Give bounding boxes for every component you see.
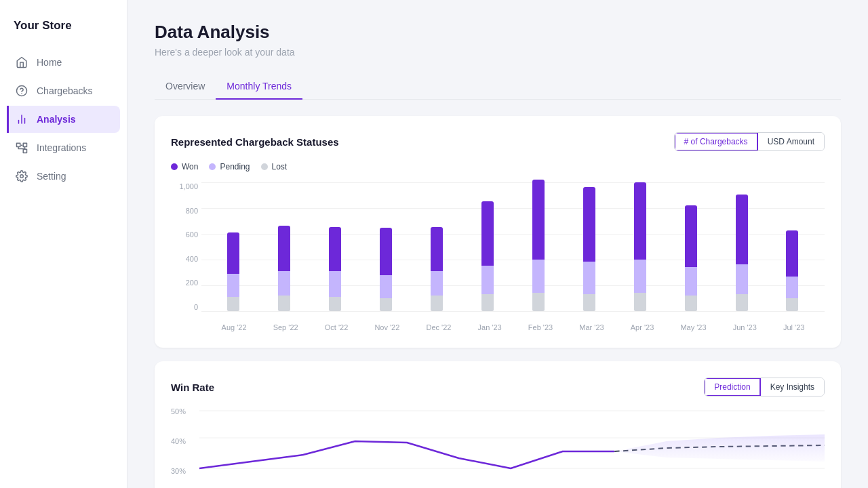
svg-rect-5 — [17, 143, 20, 146]
bar-pending — [431, 271, 443, 296]
bar-group — [278, 226, 290, 311]
x-label: Apr '23 — [631, 323, 654, 331]
y-label-800: 800 — [171, 207, 198, 215]
x-label: Sep '22 — [273, 323, 298, 331]
setting-icon — [15, 169, 28, 183]
x-label: Mar '23 — [579, 323, 604, 331]
bar-stack — [532, 180, 545, 311]
bar-won — [736, 195, 748, 264]
page-title: Data Analysis — [155, 22, 841, 43]
y-label-0: 0 — [171, 303, 198, 311]
bar-pending — [634, 260, 646, 293]
winrate-toggle-group: Prediction Key Insights — [704, 378, 825, 396]
bar-group — [736, 195, 748, 311]
winrate-svg — [199, 407, 825, 488]
winrate-chart-area: 50% 40% 30% — [171, 407, 825, 488]
bar-lost — [786, 298, 798, 311]
legend-won-label: Won — [182, 162, 198, 171]
x-label: May '23 — [680, 323, 706, 331]
chargebacks-icon — [15, 84, 28, 98]
bar-group — [583, 187, 595, 311]
bar-won — [227, 232, 239, 274]
bar-won — [685, 205, 697, 267]
y-label-600: 600 — [171, 230, 198, 239]
winrate-card-header: Win Rate Prediction Key Insights — [171, 378, 825, 396]
sidebar-item-setting-label: Setting — [37, 171, 66, 182]
bar-lost — [380, 298, 392, 311]
sidebar-item-integrations-label: Integrations — [37, 142, 86, 153]
toggle-key-insights-button[interactable]: Key Insights — [761, 378, 824, 396]
x-labels: Aug '22Sep '22Oct '22Nov '22Dec '22Jan '… — [201, 323, 825, 331]
svg-rect-7 — [23, 149, 26, 152]
sidebar-item-home[interactable]: Home — [7, 49, 120, 76]
chargeback-card: Represented Chargeback Statuses # of Cha… — [155, 116, 841, 348]
sidebar-nav: Home Chargebacks Analysis — [0, 49, 127, 190]
bar-won — [583, 187, 595, 262]
sidebar-item-chargebacks-label: Chargebacks — [37, 85, 93, 96]
bar-stack — [634, 182, 646, 311]
bar-won — [278, 226, 290, 271]
bar-lost — [431, 296, 443, 311]
winrate-y-axis: 50% 40% 30% — [171, 407, 197, 475]
bar-pending — [278, 271, 290, 296]
wr-y-30: 30% — [171, 467, 197, 475]
legend-lost: Lost — [261, 162, 288, 171]
bar-lost — [329, 297, 341, 311]
page-subtitle: Here's a deeper look at your data — [155, 47, 841, 58]
legend-won-dot — [171, 163, 178, 170]
bar-stack — [481, 201, 494, 311]
bar-lost — [736, 294, 748, 311]
tab-overview[interactable]: Overview — [155, 74, 216, 100]
grid-line-0 — [201, 311, 825, 312]
chargeback-card-header: Represented Chargeback Statuses # of Cha… — [171, 132, 825, 151]
legend-lost-dot — [261, 163, 268, 170]
toggle-usd-button[interactable]: USD Amount — [758, 133, 824, 150]
bar-lost — [685, 296, 697, 311]
bar-pending — [227, 274, 239, 297]
sidebar-item-analysis[interactable]: Analysis — [7, 106, 120, 133]
bar-won — [634, 182, 646, 260]
legend-won: Won — [171, 162, 198, 171]
sidebar-item-integrations[interactable]: Integrations — [7, 134, 120, 161]
winrate-card: Win Rate Prediction Key Insights 50% 40%… — [155, 361, 841, 488]
x-label: Jul '23 — [783, 323, 804, 331]
bar-chart: 1,000 800 600 400 200 0 Aug '22Sep '22Oc… — [171, 182, 825, 331]
bar-stack — [431, 227, 443, 311]
bar-pending — [786, 277, 798, 298]
bar-lost — [634, 293, 646, 311]
y-axis: 1,000 800 600 400 200 0 — [171, 182, 198, 311]
chart-legend: Won Pending Lost — [171, 162, 825, 171]
tab-monthly-trends[interactable]: Monthly Trends — [216, 74, 302, 100]
integrations-icon — [15, 141, 28, 155]
bar-won — [431, 227, 443, 271]
bar-group — [786, 230, 798, 311]
sidebar-item-setting[interactable]: Setting — [7, 163, 120, 190]
bar-pending — [583, 262, 595, 294]
sidebar: Your Store Home Chargebacks — [0, 0, 127, 488]
tabs-bar: Overview Monthly Trends — [155, 74, 841, 100]
home-icon — [15, 56, 28, 69]
chargeback-card-title: Represented Chargeback Statuses — [171, 136, 339, 148]
bar-group — [329, 227, 341, 311]
bar-group — [380, 228, 392, 311]
bar-pending — [329, 271, 341, 297]
x-label: Dec '22 — [426, 323, 451, 331]
bar-lost — [532, 293, 545, 311]
bar-lost — [583, 294, 595, 311]
bar-group — [532, 180, 545, 311]
toggle-count-button[interactable]: # of Chargebacks — [675, 133, 758, 150]
main-content: Data Analysis Here's a deeper look at yo… — [127, 0, 868, 488]
y-label-200: 200 — [171, 279, 198, 287]
svg-rect-6 — [23, 143, 26, 146]
bar-group — [431, 227, 443, 311]
bar-lost — [481, 294, 494, 311]
legend-pending: Pending — [209, 162, 250, 171]
bar-pending — [685, 267, 697, 296]
bar-group — [634, 182, 646, 311]
toggle-prediction-button[interactable]: Prediction — [705, 378, 760, 396]
bar-stack — [329, 227, 341, 311]
x-label: Aug '22 — [222, 323, 247, 331]
bar-won — [532, 180, 545, 260]
bar-lost — [278, 296, 290, 311]
sidebar-item-chargebacks[interactable]: Chargebacks — [7, 77, 120, 104]
